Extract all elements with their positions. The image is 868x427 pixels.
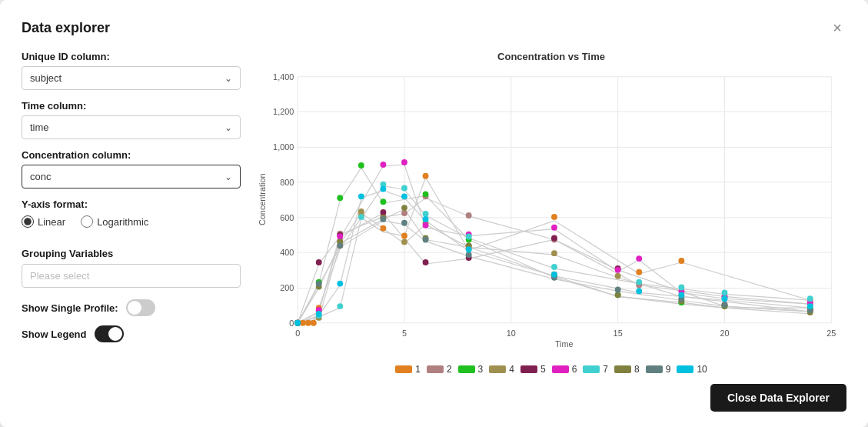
legend-color-5 bbox=[520, 365, 537, 373]
legend-label-6: 6 bbox=[572, 364, 577, 375]
close-icon-button[interactable]: × bbox=[828, 18, 846, 37]
legend-item-1: 1 bbox=[395, 364, 421, 375]
svg-point-94 bbox=[423, 222, 429, 229]
legend-item-2: 2 bbox=[427, 364, 452, 375]
grouping-variables-input[interactable] bbox=[22, 264, 241, 288]
svg-point-140 bbox=[316, 311, 322, 317]
svg-text:10: 10 bbox=[507, 329, 516, 338]
svg-point-119 bbox=[401, 205, 407, 211]
svg-point-60 bbox=[380, 198, 386, 205]
svg-point-49 bbox=[401, 210, 407, 216]
legend-color-9 bbox=[646, 365, 663, 373]
svg-text:Concentration: Concentration bbox=[258, 174, 267, 225]
svg-point-92 bbox=[380, 162, 386, 168]
legend-color-3 bbox=[458, 365, 475, 373]
grouping-variables-group: Grouping Variables bbox=[22, 248, 241, 288]
legend-color-1 bbox=[395, 365, 412, 373]
svg-point-123 bbox=[615, 292, 621, 298]
show-legend-toggle[interactable] bbox=[95, 325, 124, 342]
svg-text:15: 15 bbox=[614, 329, 623, 338]
data-explorer-dialog: Data explorer × Unique ID column: ⌄ Time… bbox=[0, 0, 868, 427]
svg-point-96 bbox=[551, 225, 557, 231]
show-legend-row: Show Legend bbox=[22, 325, 241, 342]
svg-point-149 bbox=[678, 292, 684, 298]
legend-color-4 bbox=[489, 365, 506, 373]
svg-point-43 bbox=[678, 258, 684, 264]
close-data-explorer-button[interactable]: Close Data Explorer bbox=[710, 384, 846, 412]
svg-point-129 bbox=[337, 242, 343, 249]
chart-legend: 1 2 3 4 5 bbox=[256, 364, 846, 375]
legend-item-4: 4 bbox=[489, 364, 514, 375]
show-single-profile-slider bbox=[126, 299, 155, 316]
svg-point-110 bbox=[551, 264, 557, 270]
svg-point-82 bbox=[380, 209, 386, 215]
logarithmic-radio-input[interactable] bbox=[81, 215, 93, 228]
svg-point-32 bbox=[305, 320, 311, 326]
svg-point-133 bbox=[466, 252, 472, 258]
yaxis-radio-group: Linear Logarithmic bbox=[22, 215, 241, 228]
svg-point-71 bbox=[358, 208, 364, 215]
chart-title: Concentration vs Time bbox=[256, 51, 846, 62]
legend-item-6: 6 bbox=[552, 364, 577, 375]
svg-point-83 bbox=[423, 259, 429, 265]
unique-id-select-wrapper: ⌄ bbox=[22, 66, 241, 90]
svg-point-144 bbox=[401, 193, 407, 199]
legend-item-9: 9 bbox=[646, 364, 671, 375]
svg-text:0: 0 bbox=[295, 329, 300, 338]
svg-point-108 bbox=[423, 211, 429, 217]
svg-point-135 bbox=[615, 287, 621, 293]
svg-point-145 bbox=[423, 216, 429, 222]
svg-point-148 bbox=[636, 288, 642, 294]
svg-point-85 bbox=[551, 235, 557, 242]
show-single-profile-toggle[interactable] bbox=[126, 299, 155, 316]
linear-radio-option[interactable]: Linear bbox=[22, 215, 65, 228]
legend-item-7: 7 bbox=[583, 364, 608, 375]
svg-point-39 bbox=[423, 173, 429, 179]
logarithmic-radio-option[interactable]: Logarithmic bbox=[81, 215, 148, 228]
linear-radio-input[interactable] bbox=[22, 215, 34, 228]
svg-point-131 bbox=[401, 220, 407, 226]
svg-text:Time: Time bbox=[555, 339, 574, 349]
svg-point-72 bbox=[401, 239, 407, 245]
dialog-body: Unique ID column: ⌄ Time column: ⌄ Conce… bbox=[22, 51, 846, 375]
legend-label-3: 3 bbox=[478, 364, 484, 375]
svg-point-104 bbox=[337, 303, 343, 309]
svg-point-58 bbox=[337, 195, 343, 201]
legend-item-10: 10 bbox=[677, 364, 707, 375]
show-single-profile-row: Show Single Profile: bbox=[22, 299, 241, 316]
yaxis-format-group: Y-axis format: Linear Logarithmic bbox=[22, 198, 241, 238]
time-column-field-group: Time column: ⌄ bbox=[22, 100, 241, 139]
concentration-select[interactable] bbox=[22, 165, 240, 188]
svg-text:400: 400 bbox=[280, 248, 294, 257]
svg-point-109 bbox=[466, 234, 472, 240]
time-select[interactable] bbox=[22, 116, 240, 138]
svg-point-37 bbox=[380, 225, 386, 232]
time-select-wrapper: ⌄ bbox=[22, 115, 241, 139]
svg-point-38 bbox=[401, 233, 407, 239]
legend-label-2: 2 bbox=[447, 364, 452, 375]
svg-point-76 bbox=[615, 273, 621, 279]
svg-point-113 bbox=[722, 289, 728, 295]
svg-point-33 bbox=[311, 320, 317, 326]
legend-item-3: 3 bbox=[458, 364, 484, 375]
svg-point-31 bbox=[300, 320, 306, 326]
svg-point-111 bbox=[636, 279, 642, 285]
svg-text:1,000: 1,000 bbox=[273, 142, 294, 152]
svg-point-130 bbox=[380, 216, 386, 222]
svg-text:1,200: 1,200 bbox=[273, 107, 294, 116]
svg-point-114 bbox=[807, 295, 813, 302]
svg-point-137 bbox=[722, 302, 728, 308]
legend-label-5: 5 bbox=[540, 364, 546, 375]
legend-label-1: 1 bbox=[415, 364, 421, 375]
svg-point-75 bbox=[551, 250, 557, 256]
legend-label-9: 9 bbox=[666, 364, 671, 375]
legend-label-10: 10 bbox=[697, 364, 707, 375]
show-legend-label: Show Legend bbox=[22, 329, 87, 340]
svg-point-143 bbox=[380, 186, 386, 192]
legend-color-8 bbox=[614, 365, 631, 373]
svg-text:800: 800 bbox=[280, 178, 294, 187]
svg-point-151 bbox=[807, 303, 813, 309]
svg-point-132 bbox=[423, 237, 429, 243]
unique-id-select[interactable] bbox=[22, 67, 240, 89]
svg-text:25: 25 bbox=[826, 329, 836, 338]
